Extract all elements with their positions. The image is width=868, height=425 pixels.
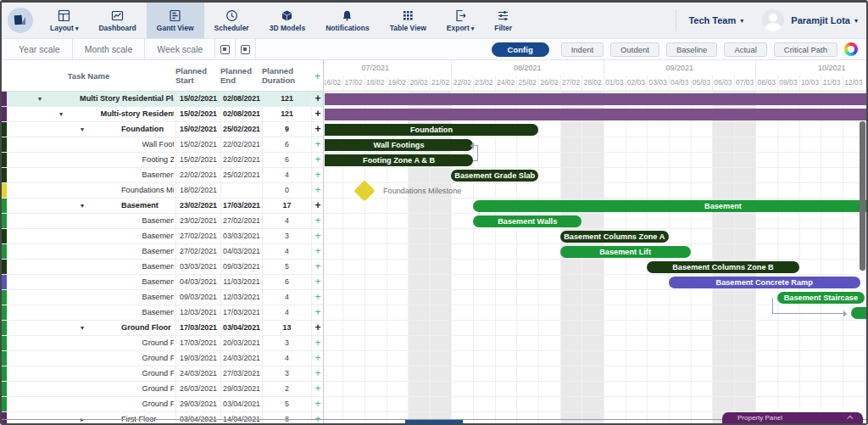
table-row[interactable]: ▾ Multi-story Residential Project 15/02/… [2, 107, 323, 122]
col-task-name[interactable]: Task Name [2, 60, 175, 91]
add-subtask-button[interactable]: + [311, 122, 324, 137]
nav-item-3d-models[interactable]: 3D Models [259, 3, 316, 38]
add-subtask-button[interactable]: + [311, 275, 324, 289]
table-row[interactable]: Basement Staircase 09/03/2021 12/03/2021… [2, 290, 323, 305]
table-row[interactable]: ▾ Basement 23/02/2021 17/03/2021 17 + [2, 199, 323, 214]
table-row[interactable]: Basement Columns Zone A 27/02/2021 03/03… [2, 229, 323, 244]
add-subtask-button[interactable]: + [311, 382, 324, 396]
add-subtask-button[interactable]: + [311, 321, 324, 335]
collapse-caret-icon[interactable]: ▾ [81, 199, 84, 213]
outdent-button[interactable]: Outdent [610, 42, 659, 57]
team-selector[interactable]: Tech Team [688, 15, 736, 25]
gantt-bar[interactable]: Footing Zone A & B [325, 154, 473, 166]
app-logo[interactable] [2, 3, 40, 38]
year-scale-button[interactable]: Year scale [7, 39, 73, 59]
add-subtask-button[interactable]: + [311, 397, 324, 411]
user-caret-icon[interactable]: ▾ [854, 17, 858, 25]
add-subtask-button[interactable]: + [311, 336, 324, 350]
add-column-button[interactable]: + [311, 60, 324, 91]
task-color-strip [2, 244, 7, 259]
table-row[interactable]: Wall Footings 15/02/2021 22/02/2021 6 + [2, 137, 323, 153]
table-row[interactable]: ▾ Foundation 15/02/2021 25/02/2021 9 + [2, 122, 323, 137]
table-row[interactable]: Footing Zone A & B 15/02/2021 22/02/2021… [2, 153, 323, 168]
user-menu[interactable]: Paramjit Lota [791, 15, 850, 25]
vertical-scrollbar[interactable] [860, 121, 865, 271]
table-row[interactable]: ▾ Ground Floor 17/03/2021 03/04/2021 13 … [2, 321, 323, 336]
add-subtask-button[interactable]: + [311, 290, 324, 305]
gantt-bar[interactable]: Basement Lift [560, 246, 691, 258]
nav-item-filter[interactable]: Filter [484, 3, 522, 38]
col-planned-end[interactable]: Planned End [220, 60, 262, 91]
add-subtask-button[interactable]: + [311, 244, 324, 259]
horizontal-scrollbar[interactable] [405, 420, 463, 423]
add-subtask-button[interactable]: + [311, 412, 324, 423]
nav-item-gantt-view[interactable]: Gantt View [147, 3, 204, 38]
gantt-bar[interactable] [325, 109, 866, 120]
gantt-bar[interactable] [325, 93, 866, 105]
nav-item-export[interactable]: Export▾ [437, 3, 484, 38]
table-row[interactable]: Basement Columns Zone B 03/03/2021 09/03… [2, 260, 323, 275]
table-row[interactable]: Ground Floor Slab & Beam 29/03/2021 03/0… [2, 397, 323, 412]
gantt-bar[interactable]: Foundation [325, 124, 538, 136]
gantt-bar[interactable]: Basement Walls [473, 215, 581, 227]
table-row[interactable]: ▸ First Floor 03/04/2021 14/04/2021 8 + [2, 412, 323, 423]
col-planned-start[interactable]: Planned Start [175, 60, 220, 91]
nav-item-layout[interactable]: Layout▾ [40, 3, 88, 38]
table-row[interactable]: Basement Lift 27/02/2021 04/03/2021 4 + [2, 244, 323, 260]
critical-path-button[interactable]: Critical Path [774, 42, 837, 57]
collapse-caret-icon[interactable]: ▾ [81, 321, 84, 335]
collapse-all-button[interactable] [236, 39, 256, 59]
add-subtask-button[interactable]: + [311, 229, 324, 243]
table-row[interactable]: Ground Floor Columns Zone B 19/03/2021 2… [2, 351, 323, 366]
indent-button[interactable]: Indent [561, 42, 604, 57]
add-subtask-button[interactable]: + [311, 199, 324, 213]
actual-button[interactable]: Actual [724, 42, 766, 57]
add-subtask-button[interactable]: + [311, 305, 324, 320]
gantt-bar[interactable] [851, 307, 866, 319]
team-caret-icon[interactable]: ▾ [740, 17, 743, 25]
color-wheel-icon[interactable] [844, 42, 858, 56]
collapse-caret-icon[interactable]: ▾ [38, 92, 42, 106]
col-planned-duration[interactable]: Planned Duration [262, 60, 311, 91]
gantt-bar[interactable]: Basement Grade Slab [451, 170, 538, 182]
nav-item-dashboard[interactable]: Dashboard [88, 3, 146, 38]
table-row[interactable]: ▾ Multi Story Residential Plan 15/02/202… [2, 92, 323, 107]
add-subtask-button[interactable]: + [311, 351, 324, 366]
add-subtask-button[interactable]: + [311, 137, 324, 152]
nav-item-scheduler[interactable]: Scheduler [204, 3, 259, 38]
add-subtask-button[interactable]: + [311, 260, 324, 274]
config-button[interactable]: Config [492, 42, 549, 57]
gantt-bar[interactable]: Wall Footings [325, 139, 473, 151]
add-subtask-button[interactable]: + [311, 168, 324, 182]
add-subtask-button[interactable]: + [311, 183, 324, 198]
add-subtask-button[interactable]: + [311, 92, 324, 106]
table-row[interactable]: Basement Slab 12/03/2021 17/03/2021 4 + [2, 305, 323, 321]
add-subtask-button[interactable]: + [311, 153, 324, 167]
gantt-bar[interactable]: Basement [473, 200, 866, 212]
table-row[interactable]: Basement Walls 23/02/2021 27/02/2021 4 + [2, 214, 323, 229]
user-avatar[interactable] [762, 9, 784, 31]
nav-item-notifications[interactable]: Notifications [315, 3, 379, 38]
table-row[interactable]: Basement Concrete Ramp 04/03/2021 11/03/… [2, 275, 323, 290]
month-scale-button[interactable]: Month scale [73, 39, 146, 59]
nav-item-table-view[interactable]: Table View [380, 3, 437, 38]
table-row[interactable]: Ground Floor Columns Zone A 17/03/2021 2… [2, 336, 323, 351]
baseline-button[interactable]: Baseline [666, 42, 717, 57]
gantt-bar[interactable]: Basement Concrete Ramp [669, 277, 860, 288]
week-scale-button[interactable]: Week scale [145, 39, 215, 59]
table-row[interactable]: Ground Floor Lift 24/03/2021 27/03/2021 … [2, 366, 323, 382]
expand-caret-icon[interactable]: ▸ [81, 412, 84, 423]
add-subtask-button[interactable]: + [311, 107, 324, 121]
collapse-caret-icon[interactable]: ▾ [59, 107, 63, 121]
expand-all-button[interactable] [215, 39, 236, 59]
table-row[interactable]: Foundations Milestone 18/02/2021 0 + [2, 183, 323, 199]
collapse-caret-icon[interactable]: ▾ [81, 122, 84, 137]
property-panel[interactable]: Property Panel [722, 412, 863, 423]
add-subtask-button[interactable]: + [311, 366, 324, 381]
table-row[interactable]: Ground Floor Staircase 26/03/2021 29/03/… [2, 382, 323, 397]
gantt-bar[interactable]: Basement Columns Zone A [560, 231, 669, 243]
gantt-bar[interactable]: Basement Staircase [777, 292, 865, 304]
gantt-bar[interactable]: Basement Columns Zone B [647, 261, 798, 273]
table-row[interactable]: Basement Grade Slab 22/02/2021 25/02/202… [2, 168, 323, 183]
add-subtask-button[interactable]: + [311, 214, 324, 228]
